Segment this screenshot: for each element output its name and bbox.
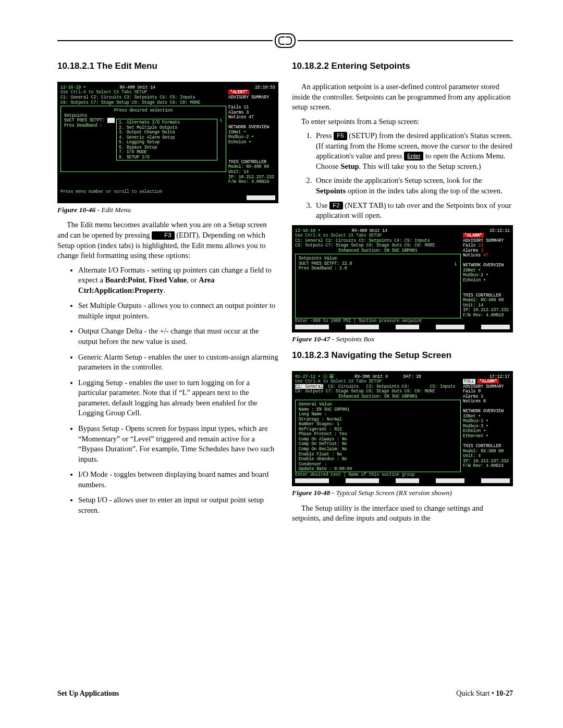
page: 10.18.2.1 The Edit Menu 12-16-10 • RX-40… xyxy=(0,0,563,728)
figure-caption-1: Figure 10-46 - Edit Menu xyxy=(57,205,278,215)
page-footer: Set Up Applications Quick Start • 10-27 xyxy=(57,689,513,699)
list-item: Set Multiple Outputs - allows you to con… xyxy=(78,301,278,321)
heading-entering-setpoints: 10.18.2.2 Entering Setpoints xyxy=(292,60,513,72)
header-rule xyxy=(57,33,513,48)
paragraph: The Edit menu becomes available when you… xyxy=(57,220,278,261)
figure-caption-2: Figure 10-47 - Setpoints Box xyxy=(292,335,513,344)
left-column: 10.18.2.1 The Edit Menu 12-16-10 • RX-40… xyxy=(57,60,278,528)
paragraph: To enter setpoints from a Setup screen: xyxy=(292,117,513,127)
list-item: Use F2 (NEXT TAB) to tab over and the Se… xyxy=(314,201,513,221)
footer-left: Set Up Applications xyxy=(57,689,119,699)
figure-edit-menu-screenshot: 12-16-10 • RX-400 Unit 14 15:10:53 Use C… xyxy=(57,82,278,203)
list-item: Output Change Delta - the +/- change tha… xyxy=(78,326,278,347)
list-item: Generic Alarm Setup - enables the user t… xyxy=(78,352,278,373)
figure-setpoints-screenshot: 12-16-10 •RX-400 Unit 14 15:12:11 Use Ct… xyxy=(292,225,513,333)
right-column: 10.18.2.2 Entering Setpoints An applicat… xyxy=(292,60,513,528)
list-item: Bypass Setup - Opens screen for bypass i… xyxy=(78,424,278,464)
figure-setup-screenshot: 01-27-11 • ⓘ ☰RX-300 Unit 4OAT: 28 17:12… xyxy=(292,371,513,487)
f2-key-icon: F2 xyxy=(329,202,342,210)
paragraph: An application setpoint is a user-define… xyxy=(292,82,513,113)
bullet-list: Alternate I/O Formats - setting up point… xyxy=(57,265,278,516)
figure-caption-3: Figure 10-48 - Typical Setup Screen (RX … xyxy=(292,488,513,498)
list-item: Setup I/O - allows user to enter an inpu… xyxy=(78,495,278,515)
heading-navigating-setup: 10.18.2.3 Navigating the Setup Screen xyxy=(292,350,513,362)
paragraph: The Setup utility is the interface used … xyxy=(292,503,513,524)
list-item: Logging Setup - enables the user to turn… xyxy=(78,378,278,418)
heading-edit-menu: 10.18.2.1 The Edit Menu xyxy=(57,60,278,72)
list-item: Press F5 (SETUP) from the desired applic… xyxy=(314,131,513,171)
numbered-steps: Press F5 (SETUP) from the desired applic… xyxy=(292,131,513,221)
f5-key-icon: F5 xyxy=(334,132,347,140)
footer-right: Quick Start • 10-27 xyxy=(456,689,513,699)
list-item: Alternate I/O Formats - setting up point… xyxy=(78,265,278,296)
list-item: Once inside the application's Setup scre… xyxy=(314,176,513,196)
enter-key-icon: Enter xyxy=(404,152,423,161)
e2-logo-icon xyxy=(275,33,296,48)
list-item: I/O Mode - toggles between displaying bo… xyxy=(78,470,278,490)
f3-key-icon: F3 xyxy=(152,231,174,240)
